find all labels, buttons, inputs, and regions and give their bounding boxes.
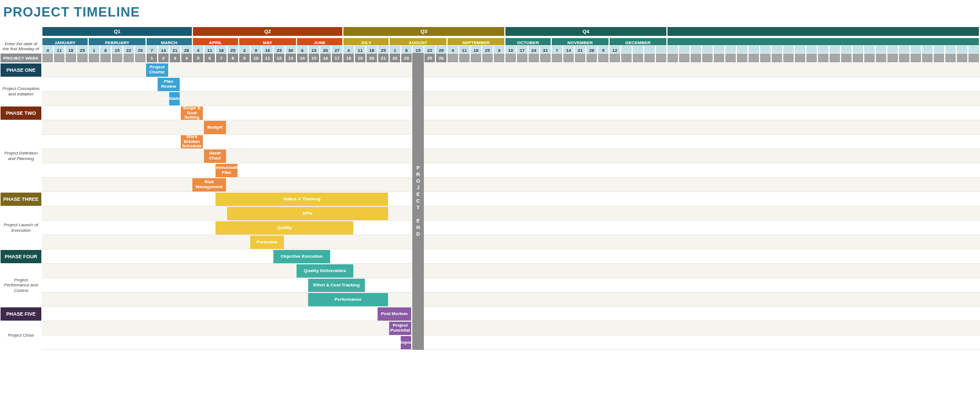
row-band <box>42 192 980 206</box>
week-number <box>783 53 794 63</box>
task-bar[interactable]: Forecasts <box>250 236 284 249</box>
week-number <box>77 53 88 63</box>
week-number <box>632 53 644 63</box>
week-number <box>910 53 922 63</box>
week-number <box>528 53 540 63</box>
week-number <box>134 53 146 63</box>
week-number <box>42 53 53 63</box>
week-number <box>516 53 528 63</box>
phase-header: PHASE ONE <box>0 63 42 77</box>
task-bar[interactable]: Risk Management <box>192 178 226 191</box>
phase-subtitle: Project Definition and Planning <box>0 120 42 192</box>
task-bar[interactable]: Communication Plan <box>216 164 238 177</box>
week-number <box>864 53 875 63</box>
row-band <box>42 206 980 221</box>
row-band <box>42 307 980 321</box>
task-bar[interactable]: Post Mortem <box>378 307 411 321</box>
week-number <box>111 53 123 63</box>
week-number: 22 <box>389 53 401 63</box>
week-number: 3 <box>169 53 181 63</box>
corner-blank <box>0 26 42 38</box>
week-number <box>725 53 736 63</box>
week-number <box>667 53 679 63</box>
row-band <box>42 63 980 77</box>
row-band <box>42 321 980 336</box>
week-number <box>123 53 134 63</box>
quarter-header: Q3 <box>343 26 505 36</box>
row-band <box>42 120 980 135</box>
task-bar[interactable]: Project Charter <box>146 63 168 77</box>
task-bar[interactable]: Quality <box>216 221 353 235</box>
week-number: 25 <box>424 53 435 63</box>
phase-subtitle: Project Close <box>0 321 42 350</box>
week-number <box>470 53 482 63</box>
bar-area: PROJECT ENDProject CharterPlan ReviewIni… <box>42 63 980 350</box>
project-week-label: PROJECT WEEK <box>0 53 42 63</box>
row-band <box>42 249 980 264</box>
week-number <box>748 53 760 63</box>
week-number <box>702 53 713 63</box>
task-bar[interactable]: Scope & Goal Setting <box>181 107 203 120</box>
row-band <box>42 235 980 249</box>
week-number <box>968 53 979 63</box>
task-bar[interactable]: Budget <box>204 121 226 134</box>
page-title: PROJECT TIMELINE <box>0 0 980 26</box>
task-bar[interactable]: Performance <box>308 293 388 306</box>
week-number: 20 <box>366 53 378 63</box>
week-number <box>65 53 77 63</box>
week-number <box>563 53 574 63</box>
week-number: 9 <box>239 53 250 63</box>
week-number <box>713 53 725 63</box>
week-number <box>621 53 632 63</box>
row-band <box>42 292 980 307</box>
week-number <box>574 53 586 63</box>
week-number: 19 <box>354 53 366 63</box>
week-number: 4 <box>181 53 192 63</box>
week-number: 6 <box>204 53 216 63</box>
phase-subtitle: Project Launch of Execution <box>0 206 42 249</box>
task-bar[interactable]: KPIs <box>227 207 388 220</box>
quarter-ext <box>667 26 979 36</box>
week-number: 7 <box>216 53 227 63</box>
phase-header: PHASE THREE <box>0 192 42 206</box>
gantt-body: PHASE ONEProject Conception and Initiati… <box>0 63 980 350</box>
week-number <box>459 53 470 63</box>
task-bar[interactable]: Objective Execution <box>273 250 330 263</box>
week-number: 17 <box>331 53 343 63</box>
quarter-header: Q1 <box>42 26 192 36</box>
week-number <box>829 53 841 63</box>
task-bar[interactable]: Plan Review <box>158 78 180 91</box>
project-end-marker: PROJECT END <box>412 53 424 350</box>
week-number <box>655 53 667 63</box>
task-bar[interactable]: Status & Tracking <box>216 193 388 206</box>
week-number <box>736 53 748 63</box>
week-number: 13 <box>285 53 297 63</box>
week-number <box>760 53 771 63</box>
date-hint: Enter the date of the first Monday of ea… <box>0 45 42 53</box>
row-band <box>42 178 980 192</box>
task-bar[interactable]: Effort & Cost Tracking <box>308 279 365 292</box>
task-bar[interactable]: Initiation <box>169 92 180 105</box>
week-number <box>690 53 702 63</box>
task-bar[interactable]: Work Brkdwn Schedule <box>181 135 203 148</box>
week-number <box>679 53 690 63</box>
week-number: 2 <box>158 53 169 63</box>
week-number <box>771 53 783 63</box>
task-bar[interactable]: Project Punchlist <box>389 322 411 335</box>
task-bar[interactable]: Quality Deliverables <box>297 264 353 278</box>
week-number: 14 <box>297 53 308 63</box>
task-bar[interactable]: Report <box>401 336 411 349</box>
week-number: 21 <box>378 53 389 63</box>
task-bar[interactable]: Gantt Chart <box>204 150 226 163</box>
row-band <box>42 221 980 235</box>
week-number <box>922 53 933 63</box>
week-number <box>586 53 597 63</box>
week-number <box>505 53 516 63</box>
week-number <box>933 53 945 63</box>
week-number <box>447 53 459 63</box>
phase-subtitle: Project Conception and Initiation <box>0 77 42 106</box>
row-band <box>42 163 980 178</box>
row-band <box>42 77 980 92</box>
week-number <box>887 53 898 63</box>
week-number <box>100 53 111 63</box>
